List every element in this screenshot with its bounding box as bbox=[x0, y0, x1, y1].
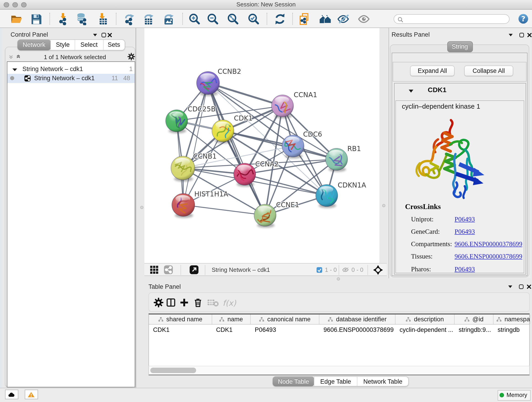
export-table-button[interactable] bbox=[142, 13, 155, 25]
table-cell[interactable]: CDK1 bbox=[149, 326, 212, 333]
node-label-CCNE1: CCNE1 bbox=[276, 201, 299, 209]
network-edge[interactable] bbox=[183, 205, 265, 215]
table-tab-node-table[interactable]: Node Table bbox=[273, 376, 314, 386]
network-node-CCNE1[interactable] bbox=[254, 204, 276, 228]
function-builder-icon[interactable]: f(x) bbox=[222, 298, 238, 307]
delete-table-icon[interactable] bbox=[207, 298, 219, 307]
network-node-HIST1H1A[interactable] bbox=[172, 193, 195, 218]
table-cell[interactable]: 9606.ENSP00000378699 bbox=[319, 326, 395, 333]
table-tab-edge-table[interactable]: Edge Table bbox=[314, 377, 357, 386]
table-settings-gear-icon[interactable] bbox=[153, 298, 164, 307]
table-cell[interactable]: stringdb:9... bbox=[455, 326, 494, 333]
table-cell[interactable]: stringdb bbox=[494, 326, 530, 333]
first-neighbors-button[interactable] bbox=[319, 13, 331, 25]
table-cell[interactable]: P06493 bbox=[251, 326, 319, 333]
crosslink-link[interactable]: 9606.ENSP00000378699 bbox=[455, 240, 522, 248]
birdseye-view-button[interactable] bbox=[149, 265, 159, 274]
delete-column-trash-icon[interactable] bbox=[193, 298, 203, 307]
netbar-divider bbox=[339, 265, 339, 275]
network-node-CDC6[interactable] bbox=[282, 135, 304, 159]
collapse-all-button[interactable]: Collapse All bbox=[464, 65, 513, 76]
network-node-CDC25B[interactable] bbox=[166, 110, 188, 133]
control-panel-close-button[interactable] bbox=[107, 32, 113, 38]
open-in-window-button[interactable] bbox=[189, 265, 199, 274]
selected-checkbox-icon[interactable] bbox=[316, 267, 323, 273]
hide-selected-button[interactable] bbox=[337, 13, 349, 25]
toolbar-divider bbox=[292, 13, 293, 25]
horizontal-splitter-handle[interactable] bbox=[337, 277, 340, 281]
crosslink-link[interactable]: P06493 bbox=[455, 265, 475, 273]
network-node-CCNA2[interactable] bbox=[234, 163, 256, 187]
add-column-icon[interactable] bbox=[179, 298, 189, 307]
cloud-button[interactable] bbox=[5, 390, 18, 399]
network-tree-row[interactable]: String Network – cdk11148 bbox=[7, 74, 134, 83]
network-node-CDK1[interactable] bbox=[212, 120, 234, 143]
show-all-button[interactable] bbox=[358, 13, 370, 25]
zoom-fit-button[interactable] bbox=[227, 13, 239, 25]
open-session-button[interactable] bbox=[10, 13, 23, 25]
table-cell[interactable]: CDK1 bbox=[212, 326, 251, 333]
table-horizontal-scrollbar[interactable] bbox=[148, 366, 530, 375]
results-tab-string[interactable]: String bbox=[447, 41, 473, 52]
control-panel-float-button[interactable] bbox=[101, 32, 107, 38]
table-row[interactable]: CDK1CDK1P064939606.ENSP00000378699cyclin… bbox=[149, 325, 529, 335]
column-header-namespace[interactable]: namespace bbox=[494, 314, 530, 324]
network-edge[interactable] bbox=[183, 83, 208, 205]
network-node-RB1[interactable] bbox=[326, 148, 348, 172]
table-cell[interactable]: cyclin-dependent ... bbox=[395, 326, 455, 333]
fit-selected-crosshair-button[interactable] bbox=[373, 265, 383, 275]
apply-layout-button[interactable] bbox=[273, 13, 286, 25]
help-button[interactable]: ? bbox=[518, 13, 529, 24]
control-panel-tab-select[interactable]: Select bbox=[75, 40, 103, 50]
control-panel-tab-network[interactable]: Network bbox=[17, 39, 51, 51]
import-table-from-file-button[interactable] bbox=[96, 13, 108, 25]
save-session-button[interactable] bbox=[30, 13, 42, 25]
show-columns-icon[interactable] bbox=[166, 298, 176, 307]
table-panel-float-button[interactable] bbox=[518, 284, 524, 290]
scrollbar-thumb[interactable] bbox=[150, 368, 196, 373]
network-edge[interactable] bbox=[208, 83, 283, 106]
tree-collapse-icon[interactable] bbox=[12, 68, 17, 71]
warning-button[interactable] bbox=[25, 390, 38, 399]
results-panel-collapse-button[interactable] bbox=[507, 32, 513, 38]
column-header-@id[interactable]: @id bbox=[455, 314, 494, 324]
network-options-gear-icon[interactable] bbox=[127, 52, 135, 60]
zoom-out-button[interactable] bbox=[206, 13, 219, 25]
crosslink-link[interactable]: P06493 bbox=[455, 228, 475, 236]
column-header-name[interactable]: name bbox=[212, 314, 251, 324]
table-tab-network-table[interactable]: Network Table bbox=[357, 377, 408, 386]
clone-network-button[interactable] bbox=[298, 13, 310, 25]
zoom-in-button[interactable] bbox=[188, 13, 200, 25]
crosslink-link[interactable]: P06493 bbox=[455, 215, 475, 223]
left-splitter-handle[interactable] bbox=[140, 206, 143, 209]
network-node-CCNA1[interactable] bbox=[272, 95, 293, 119]
network-tree-row[interactable]: String Network – cdk11 bbox=[7, 64, 134, 74]
network-view[interactable]: CCNB2CCNA1CDC25BCDK1CDC6RB1CCNB1CCNA2CDK… bbox=[144, 28, 379, 263]
expand-all-button[interactable]: Expand All bbox=[410, 65, 455, 76]
column-header-canonicalname[interactable]: canonical name bbox=[251, 314, 319, 324]
import-network-from-database-button[interactable] bbox=[76, 13, 88, 25]
search-input[interactable] bbox=[394, 14, 510, 24]
memory-button[interactable]: Memory bbox=[497, 390, 530, 400]
table-panel-collapse-button[interactable] bbox=[507, 284, 513, 290]
right-splitter-handle[interactable] bbox=[382, 204, 385, 207]
protein-section-collapse-icon[interactable] bbox=[408, 89, 413, 93]
zoom-selected-button[interactable] bbox=[247, 13, 260, 25]
crosslink-link[interactable]: 9606.ENSP00000378699 bbox=[455, 253, 522, 261]
import-network-from-file-button[interactable] bbox=[57, 13, 69, 25]
export-network-button[interactable] bbox=[123, 13, 135, 25]
control-panel-tab-style[interactable]: Style bbox=[51, 40, 75, 50]
column-header-databaseidentifier[interactable]: database identifier bbox=[319, 314, 395, 324]
export-image-button[interactable] bbox=[162, 13, 175, 25]
table-panel-close-button[interactable] bbox=[526, 284, 532, 290]
results-panel-close-button[interactable] bbox=[526, 32, 532, 38]
column-type-icon bbox=[219, 317, 225, 322]
control-panel-tab-sets[interactable]: Sets bbox=[103, 40, 124, 50]
column-header-sharedname[interactable]: shared name bbox=[149, 314, 212, 324]
column-header-description[interactable]: description bbox=[395, 314, 455, 324]
network-node-CCNB1[interactable] bbox=[171, 156, 195, 182]
results-panel-float-button[interactable] bbox=[519, 32, 525, 38]
control-panel-collapse-button[interactable] bbox=[92, 32, 98, 38]
string-network-badge[interactable] bbox=[164, 265, 173, 274]
network-node-CDKN1A[interactable] bbox=[316, 185, 338, 208]
